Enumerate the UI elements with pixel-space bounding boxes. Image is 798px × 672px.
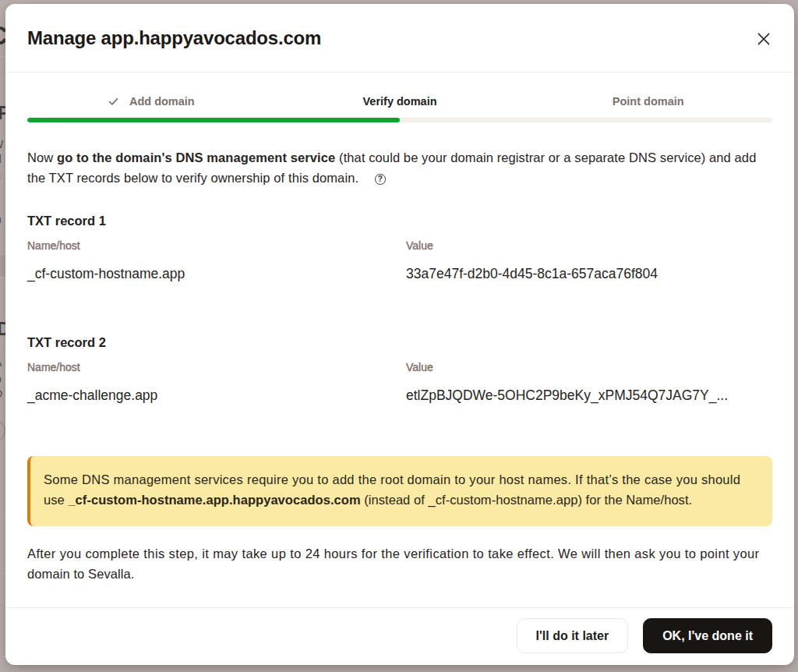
background-text-fragment: d — [0, 153, 2, 165]
done-button[interactable]: OK, I've done it — [643, 618, 772, 653]
background-circle — [0, 419, 5, 442]
close-icon — [757, 33, 770, 45]
stepper: Add domain Verify domain Point domain — [27, 95, 772, 108]
warning-text: Some DNS management services require you… — [44, 472, 740, 486]
progress-bar-track — [27, 118, 772, 122]
step-label: Point domain — [613, 95, 684, 108]
background-text-fragment: A — [0, 356, 2, 369]
footnote-text: After you complete this step, it may tak… — [27, 546, 760, 561]
background-text-fragment: h — [0, 213, 2, 225]
value-value: 33a7e47f-d2b0-4d45-8c1a-657aca76f804 — [406, 266, 772, 282]
background-text-fragment: c — [0, 169, 1, 182]
value-label: Value — [406, 239, 772, 252]
background-text-fragment: W — [0, 138, 3, 150]
warning-bold-hostname: _cf-custom-hostname.app.happyavocados.co… — [68, 493, 360, 507]
check-icon — [108, 97, 118, 106]
modal-footer: I'll do it later OK, I've done it — [5, 607, 794, 665]
record-title: TXT record 1 — [27, 214, 772, 228]
name-host-value: _cf-custom-hostname.app — [27, 266, 406, 282]
intro-paragraph: Now go to the domain's DNS management se… — [27, 147, 772, 188]
intro-text: the TXT records below to verify ownershi… — [27, 171, 358, 185]
modal-body: Add domain Verify domain Point domain No… — [5, 73, 794, 607]
progress-bar-fill — [27, 118, 400, 122]
name-host-value: _acme-challenge.app — [27, 387, 406, 404]
intro-text: Now — [27, 150, 57, 164]
record-grid: Name/host Value _cf-custom-hostname.app … — [27, 228, 772, 282]
value-label: Value — [406, 361, 772, 373]
warning-callout: Some DNS management services require you… — [27, 456, 772, 526]
footnote-paragraph: After you complete this step, it may tak… — [27, 543, 772, 584]
background-text-fragment: b — [0, 373, 2, 385]
step-point-domain: Point domain — [524, 95, 772, 108]
warning-text: (instead of _cf-custom-hostname.app) for… — [361, 493, 693, 507]
later-button[interactable]: I'll do it later — [517, 618, 629, 653]
modal-header: Manage app.happyavocados.com — [5, 4, 794, 73]
help-icon[interactable]: ? — [375, 174, 386, 185]
step-label: Add domain — [129, 95, 195, 108]
background-text-fragment: D — [0, 387, 2, 400]
record-grid: Name/host Value _acme-challenge.app etlZ… — [27, 350, 772, 404]
footnote-text: domain to Sevalla. — [27, 567, 135, 581]
record-title: TXT record 2 — [27, 335, 772, 350]
intro-text: (that could be your domain registrar or … — [335, 150, 756, 164]
txt-record-1: TXT record 1 Name/host Value _cf-custom-… — [27, 214, 772, 282]
intro-bold-text: go to the domain's DNS management servic… — [57, 150, 335, 164]
step-verify-domain: Verify domain — [276, 95, 524, 108]
modal-title: Manage app.happyavocados.com — [27, 27, 321, 49]
name-host-label: Name/host — [27, 239, 406, 252]
value-value: etlZpBJQDWe-5OHC2P9beKy_xPMJ54Q7JAG7Y_..… — [406, 387, 772, 404]
name-host-label: Name/host — [27, 361, 406, 373]
step-label: Verify domain — [362, 95, 436, 108]
close-button[interactable] — [753, 27, 775, 49]
txt-record-2: TXT record 2 Name/host Value _acme-chall… — [27, 335, 772, 404]
step-add-domain: Add domain — [27, 95, 276, 108]
manage-domain-modal: Manage app.happyavocados.com Add domain … — [5, 4, 794, 665]
warning-text: use — [44, 493, 68, 507]
